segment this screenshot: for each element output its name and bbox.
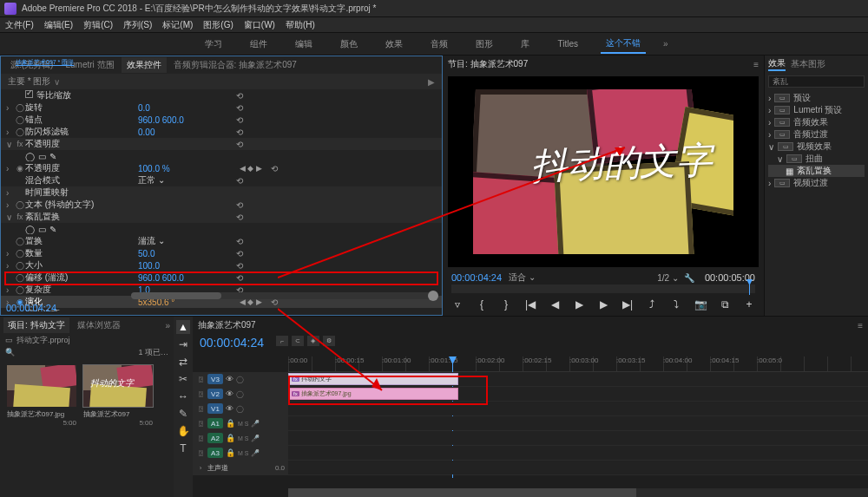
menu-graphics[interactable]: 图形(G) xyxy=(203,19,233,31)
timeline-ruler[interactable]: :00:00 :00:00:15 :00:01:00 :00:01:15 :00… xyxy=(288,356,868,372)
slip-tool-icon[interactable]: ↔ xyxy=(176,389,190,403)
button-editor-icon[interactable]: + xyxy=(741,297,757,312)
program-viewport[interactable]: 抖动的文字 xyxy=(448,76,759,267)
blendmode-dropdown[interactable]: 正常 ⌄ xyxy=(138,174,233,186)
menu-marker[interactable]: 标记(M) xyxy=(162,19,193,31)
equalscale-checkbox[interactable] xyxy=(25,90,33,98)
export-frame-icon[interactable]: 📷 xyxy=(693,297,708,312)
timeline-timecode[interactable]: 00:00:04:24 xyxy=(193,334,271,351)
snap-icon[interactable]: ⌐ xyxy=(276,336,288,346)
timeremap-header[interactable]: 时间重映射 xyxy=(25,186,138,199)
program-playhead[interactable] xyxy=(749,283,750,295)
ws-effects[interactable]: 效果 xyxy=(380,36,408,53)
stopwatch-anchor[interactable]: ◯ xyxy=(15,114,25,125)
menu-clip[interactable]: 剪辑(C) xyxy=(83,19,113,31)
opacity-header[interactable]: 不透明度 xyxy=(25,138,138,150)
turbulent-displace-header[interactable]: 紊乱置换 xyxy=(25,211,138,223)
anchor-value[interactable]: 960.0 600.0 xyxy=(138,115,233,125)
project-item-jpg[interactable]: 抽象派艺术097.jpg 5:00 xyxy=(7,365,76,490)
menu-window[interactable]: 窗口(W) xyxy=(244,19,275,31)
ec-timeline-zoom[interactable] xyxy=(131,292,433,299)
ws-libraries[interactable]: 库 xyxy=(516,36,535,53)
ws-color[interactable]: 颜色 xyxy=(335,36,363,53)
panel-overflow-icon[interactable]: » xyxy=(165,321,170,330)
ws-audio[interactable]: 音频 xyxy=(425,36,453,53)
mask-rect-icon[interactable]: ▭ xyxy=(38,152,46,161)
mark-in-icon[interactable]: { xyxy=(474,297,490,312)
effects-search-input[interactable]: 紊乱 xyxy=(768,75,865,88)
marker-icon[interactable]: ◈ xyxy=(307,336,319,346)
step-back-icon[interactable]: ◀ xyxy=(547,297,562,312)
opacity-value[interactable]: 100.0 % xyxy=(138,164,233,173)
settings-icon[interactable]: 🔧 xyxy=(684,273,694,283)
timeline-zoom-scroll[interactable] xyxy=(288,488,868,497)
compare-icon[interactable]: ⧉ xyxy=(717,297,733,312)
step-fwd-icon[interactable]: ▶ xyxy=(595,297,611,312)
ws-learn[interactable]: 学习 xyxy=(200,36,227,53)
bin-icon[interactable]: ▭ xyxy=(5,336,13,344)
project-item-sequence[interactable]: 抖动的文字 抽象派艺术097 5:00 xyxy=(83,365,153,490)
ec-timecode[interactable]: 00:00:04:24 xyxy=(6,303,56,313)
ws-graphics[interactable]: 图形 xyxy=(470,36,498,53)
tab-media-browser[interactable]: 媒体浏览器 xyxy=(73,317,125,333)
ws-titles[interactable]: Titles xyxy=(552,36,583,51)
ws-editing[interactable]: 编辑 xyxy=(290,36,318,53)
mask-rect-icon[interactable]: ▭ xyxy=(38,225,46,234)
razor-tool-icon[interactable]: ✂ xyxy=(176,372,190,386)
displace-dropdown[interactable]: 湍流 ⌄ xyxy=(138,235,233,247)
lift-icon[interactable]: ⤴ xyxy=(644,297,660,312)
mask-ellipse-icon[interactable]: ◯ xyxy=(25,152,35,161)
ec-clip-link[interactable]: 抽象派艺术097 * 图形 xyxy=(13,57,76,69)
amount-value[interactable]: 50.0 xyxy=(138,249,233,258)
search-icon[interactable]: 🔍 xyxy=(5,348,15,356)
menu-edit[interactable]: 编辑(E) xyxy=(44,19,73,31)
ws-custom[interactable]: 这个不错 xyxy=(601,35,646,54)
tab-audio-mixer[interactable]: 音频剪辑混合器: 抽象派艺术097 xyxy=(168,57,302,73)
selection-tool-icon[interactable]: ▲ xyxy=(176,320,190,334)
menu-sequence[interactable]: 序列(S) xyxy=(123,19,152,31)
panel-menu-icon[interactable]: ≡ xyxy=(858,321,863,330)
tab-effects[interactable]: 效果 xyxy=(768,57,786,71)
goto-in-icon[interactable]: |◀ xyxy=(523,297,538,312)
zoom-fit-dropdown[interactable]: 适合 ⌄ xyxy=(509,271,536,284)
tab-effect-controls[interactable]: 效果控件 xyxy=(122,57,167,73)
sequence-tab[interactable]: 抽象派艺术097 xyxy=(198,319,256,331)
ws-assembly[interactable]: 组件 xyxy=(245,36,273,53)
effect-turbulent-displace[interactable]: 紊乱置换 xyxy=(797,165,832,177)
rotation-value[interactable]: 0.0 xyxy=(138,103,233,113)
track-select-tool-icon[interactable]: ⇥ xyxy=(176,337,190,351)
program-ruler[interactable] xyxy=(451,284,755,293)
size-value[interactable]: 100.0 xyxy=(138,261,233,271)
mark-out-icon[interactable]: } xyxy=(498,297,514,312)
add-marker-icon[interactable]: ▿ xyxy=(450,297,465,312)
panel-menu-icon[interactable]: ≡ xyxy=(753,60,759,69)
tab-project[interactable]: 项目: 抖动文字 xyxy=(3,317,69,333)
type-tool-icon[interactable]: T xyxy=(176,441,190,455)
program-tab[interactable]: 节目: 抽象派艺术097 xyxy=(448,58,528,70)
keyframe-nav[interactable]: ◀ ◆ ▶ xyxy=(233,164,268,173)
antiflicker-value[interactable]: 0.00 xyxy=(138,128,233,137)
resolution-dropdown[interactable]: 1/2 ⌄ xyxy=(657,273,679,283)
pen-tool-icon[interactable]: ✎ xyxy=(176,407,190,421)
offset-value[interactable]: 960.0 600.0 xyxy=(138,273,233,283)
hand-tool-icon[interactable]: ✋ xyxy=(176,424,190,438)
mask-pen-icon[interactable]: ✎ xyxy=(49,225,56,234)
ripple-edit-tool-icon[interactable]: ⇄ xyxy=(176,355,190,369)
mic-icon[interactable]: 🎤 xyxy=(251,420,260,428)
menu-help[interactable]: 帮助(H) xyxy=(286,19,315,31)
goto-out-icon[interactable]: ▶| xyxy=(620,297,635,312)
menu-file[interactable]: 文件(F) xyxy=(5,19,34,31)
linked-selection-icon[interactable]: ⊂ xyxy=(292,336,304,346)
mask-pen-icon[interactable]: ✎ xyxy=(49,152,56,161)
program-tc-current[interactable]: 00:00:04:24 xyxy=(451,272,502,283)
play-icon[interactable]: ▶ xyxy=(571,297,587,312)
eye-icon[interactable]: 👁 xyxy=(226,375,233,383)
clip-image[interactable]: 抽象派艺术097.jpg xyxy=(288,388,458,400)
text-layer-header[interactable]: 文本 (抖动的文字) xyxy=(25,199,138,211)
settings-icon[interactable]: ⚙ xyxy=(323,336,335,346)
ws-overflow[interactable]: » xyxy=(663,39,668,49)
mask-ellipse-icon[interactable]: ◯ xyxy=(25,225,35,234)
extract-icon[interactable]: ⤵ xyxy=(668,297,684,312)
stopwatch-rotation[interactable]: ◯ xyxy=(15,102,25,113)
reset-icon[interactable]: ⟲ xyxy=(233,91,246,101)
